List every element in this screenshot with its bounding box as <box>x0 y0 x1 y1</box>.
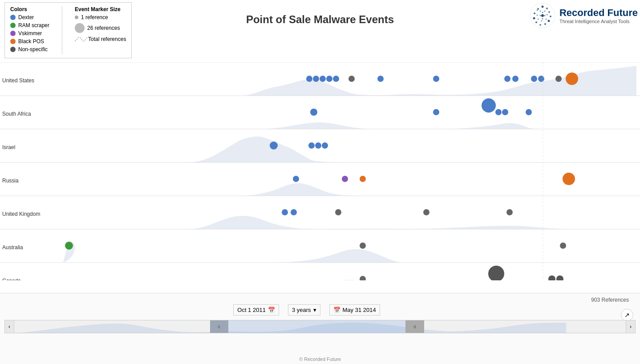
svg-point-2 <box>541 6 543 8</box>
svg-point-16 <box>545 19 547 20</box>
date-end-control[interactable]: 📅 May 31 2014 <box>329 304 380 315</box>
legend-vskimmer-label: Vskimmer <box>18 30 42 36</box>
svg-point-7 <box>544 23 546 25</box>
duration-value: 3 years <box>292 307 311 313</box>
dot-us-7 <box>433 76 439 82</box>
row-label-us: United States <box>2 77 34 84</box>
dot-il-2 <box>308 142 315 149</box>
dot-ru-vskimmer <box>342 176 348 182</box>
dot-ca-gray <box>360 276 366 280</box>
dot-sa-5 <box>526 109 532 115</box>
svg-point-21 <box>539 15 541 16</box>
dot-uk-1 <box>282 209 288 215</box>
svg-point-1 <box>537 8 539 10</box>
svg-point-12 <box>536 10 538 11</box>
legend-nonspecific-dot <box>10 47 16 52</box>
legend-small-label: 1 reference <box>81 14 108 20</box>
svg-point-10 <box>533 17 535 20</box>
rf-logo-text-area: Recorded Future Threat Intelligence Anal… <box>559 7 638 24</box>
row-label-ru: Russia <box>2 178 19 184</box>
svg-point-15 <box>546 14 547 16</box>
legend-vskimmer-dot <box>10 31 16 36</box>
legend-dexter-label: Dexter <box>18 14 34 20</box>
dot-au-gray2 <box>560 243 566 249</box>
dot-sa-big <box>482 98 496 113</box>
legend: Colors Dexter RAM scraper Vskimmer Black… <box>4 2 132 58</box>
rf-brand-subtitle: Threat Intelligence Analyst Tools <box>559 19 638 24</box>
dot-sa-4 <box>502 109 508 115</box>
dot-us-gray2 <box>555 76 562 82</box>
dot-us-10 <box>531 76 537 82</box>
row-label-au: Australia <box>2 244 23 251</box>
area-israel <box>62 137 636 162</box>
legend-nonspecific-label: Non-specific <box>18 46 48 53</box>
svg-point-20 <box>541 14 544 17</box>
diagonal-icon-button[interactable]: ↗ <box>621 309 633 321</box>
legend-size-title: Event Marker Size <box>75 6 126 12</box>
calendar-end-icon: 📅 <box>333 307 340 313</box>
svg-point-24 <box>542 18 543 20</box>
legend-dexter-dot <box>10 15 16 20</box>
dot-us-8 <box>504 76 510 82</box>
row-label-uk: United Kingdom <box>2 211 40 217</box>
row-label-ca: Canada <box>2 278 21 280</box>
svg-point-22 <box>544 15 545 16</box>
dot-ru-1 <box>293 176 299 182</box>
timeline-handle-right[interactable]: ⏸ <box>405 320 424 333</box>
timeline-scroll-right[interactable]: › <box>626 320 636 333</box>
dot-uk-gray2 <box>423 209 429 215</box>
duration-control[interactable]: 3 years ▾ <box>288 304 320 315</box>
area-uk <box>62 216 636 229</box>
date-start-control[interactable]: Oct 1 2011 📅 <box>233 304 279 315</box>
dot-il-3 <box>315 142 321 149</box>
legend-large-marker <box>75 23 85 33</box>
dot-ca-2 <box>548 275 555 280</box>
legend-large-label: 26 references <box>87 25 120 31</box>
svg-point-18 <box>537 19 539 20</box>
dot-il-4 <box>322 142 328 149</box>
rf-brand-name: Recorded Future <box>559 7 638 19</box>
date-end-value: May 31 2014 <box>343 307 376 313</box>
timeline-selected-range <box>210 320 412 333</box>
date-start-value: Oct 1 2011 <box>237 307 266 313</box>
dot-sa-2 <box>433 109 439 115</box>
area-sa <box>62 122 636 129</box>
dot-us-5 <box>333 76 339 82</box>
svg-point-17 <box>541 20 542 22</box>
dot-uk-2 <box>291 209 297 215</box>
dot-us-11 <box>538 76 544 82</box>
dot-ru-blackpos <box>563 173 575 185</box>
legend-blackpos-dot <box>10 39 16 44</box>
dot-au-ram <box>65 242 73 250</box>
legend-small-marker <box>75 16 78 19</box>
svg-point-19 <box>536 15 538 16</box>
legend-ram-label: RAM scraper <box>18 22 49 28</box>
legend-colors-title: Colors <box>10 6 49 12</box>
timeline-scroll-left[interactable]: ‹ <box>4 320 14 333</box>
timeline-inner: ⏸ ⏸ <box>14 320 626 333</box>
dot-au-gray <box>360 243 366 249</box>
row-label-il: Israel <box>2 144 15 150</box>
svg-point-23 <box>542 12 543 13</box>
svg-point-5 <box>550 16 551 17</box>
legend-blackpos-label: Black POS <box>18 38 44 44</box>
dot-sa-1 <box>310 109 317 116</box>
row-label-sa: South Africa <box>2 111 31 117</box>
svg-point-8 <box>539 24 541 26</box>
dot-us-2 <box>313 76 319 82</box>
svg-point-11 <box>534 12 535 14</box>
calendar-start-icon: 📅 <box>268 307 275 313</box>
dot-us-gray1 <box>348 76 355 82</box>
dot-us-4 <box>326 76 332 82</box>
dot-ca-3 <box>556 275 563 280</box>
chart-title: Point of Sale Malware Events <box>246 13 394 26</box>
legend-total-ref-label: Total references <box>88 36 126 42</box>
svg-point-9 <box>535 21 537 23</box>
dot-us-3 <box>320 76 326 82</box>
main-chart-svg: United States South Africa Israel Russia… <box>0 62 640 280</box>
dot-us-9 <box>512 76 518 82</box>
svg-point-6 <box>547 20 550 22</box>
references-count: 903 References <box>591 297 629 303</box>
dot-us-blackpos <box>566 73 578 85</box>
legend-ram-dot <box>10 23 16 28</box>
